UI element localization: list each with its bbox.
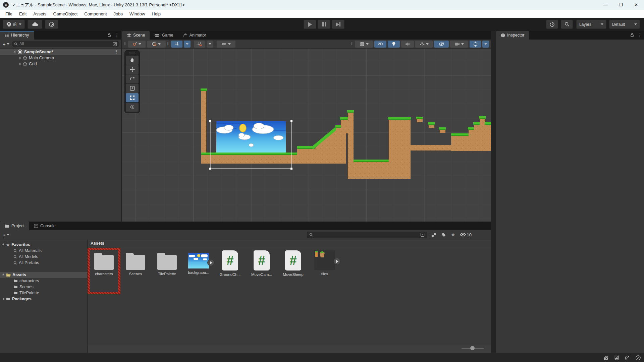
foldout-open-icon[interactable] — [13, 50, 16, 53]
menu-component[interactable]: Component — [81, 10, 110, 18]
tree-assets[interactable]: Assets — [0, 272, 87, 278]
asset-movesheep-script[interactable]: # MoveSheep — [281, 250, 305, 277]
rotate-tool-button[interactable] — [126, 74, 139, 83]
move-tool-button[interactable] — [126, 65, 139, 74]
menu-help[interactable]: Help — [148, 10, 164, 18]
tab-console[interactable]: Console — [29, 222, 60, 230]
pick-window-icon[interactable] — [420, 233, 425, 237]
menu-file[interactable]: File — [2, 10, 16, 18]
hand-tool-button[interactable] — [126, 56, 139, 65]
slider-knob[interactable] — [470, 346, 475, 350]
project-add-button[interactable]: + — [2, 232, 10, 238]
snap-dropdown[interactable] — [207, 41, 213, 48]
scene-row[interactable]: SampleScene* ⋮ — [0, 49, 121, 55]
search-everything-button[interactable] — [561, 20, 573, 29]
pause-button[interactable] — [318, 20, 330, 29]
scene-menu-icon[interactable]: ⋮ — [114, 49, 118, 54]
hierarchy-search-input[interactable]: All — [12, 41, 119, 47]
hidden-count-button[interactable]: 10 — [460, 232, 471, 237]
tree-all-prefabs[interactable]: All Prefabs — [0, 260, 87, 266]
2d-toggle-button[interactable]: 2D — [374, 41, 386, 48]
snap-increment-button[interactable] — [217, 41, 235, 48]
search-by-type-icon[interactable] — [431, 232, 436, 237]
cloud-button[interactable] — [28, 20, 42, 29]
maximize-button[interactable]: ❐ — [613, 0, 629, 10]
toolbar-grip[interactable]: ‖ — [167, 42, 169, 46]
menu-window[interactable]: Window — [126, 10, 148, 18]
unlock-icon[interactable] — [107, 33, 111, 37]
tab-hierarchy[interactable]: Hierarchy — [0, 31, 34, 40]
transform-tool-button[interactable] — [126, 103, 139, 112]
account-button[interactable]: 前 — [3, 20, 25, 29]
asset-tilepalette[interactable]: TilePalette — [155, 250, 179, 277]
asset-background-image[interactable]: backgraou... — [186, 250, 211, 277]
tree-favorites[interactable]: ★ Favorites — [0, 242, 87, 248]
unlock-icon[interactable] — [630, 33, 634, 37]
menu-gameobject[interactable]: GameObject — [50, 10, 81, 18]
pick-window-icon[interactable] — [113, 42, 117, 46]
asset-scenes[interactable]: Scenes — [123, 250, 148, 277]
overlay-grip[interactable] — [126, 52, 139, 55]
cache-server-disabled-icon[interactable] — [612, 354, 621, 361]
minimize-button[interactable]: — — [598, 0, 613, 10]
step-button[interactable] — [332, 20, 344, 29]
pivot-handle-button[interactable] — [147, 41, 166, 48]
layers-dropdown[interactable]: Layers — [576, 20, 606, 29]
hierarchy-item-grid[interactable]: Grid — [0, 61, 121, 67]
toolbar-grip[interactable]: ‖ — [351, 42, 353, 46]
effects-dropdown[interactable] — [415, 41, 433, 48]
gizmos-dropdown[interactable] — [482, 41, 489, 48]
tab-project[interactable]: Project — [0, 222, 29, 230]
tab-animator[interactable]: Animator — [178, 31, 211, 40]
grid-visibility-dropdown[interactable] — [184, 41, 191, 48]
undo-history-button[interactable] — [546, 20, 558, 29]
tree-tilepalette[interactable]: TilePalette — [0, 290, 87, 296]
draw-mode-dropdown[interactable] — [355, 41, 373, 48]
foldout-icon[interactable] — [19, 57, 21, 59]
expand-subassets-button[interactable] — [333, 258, 340, 265]
tree-all-models[interactable]: All Models — [0, 254, 87, 260]
play-button[interactable] — [304, 20, 316, 29]
hierarchy-item-main-camera[interactable]: Main Camera — [0, 55, 121, 61]
menu-jobs[interactable]: Jobs — [110, 10, 126, 18]
tab-inspector[interactable]: Inspector — [496, 31, 529, 40]
toolbar-grip[interactable]: ‖ — [124, 42, 126, 46]
plastic-scm-button[interactable] — [45, 20, 58, 29]
scene-canvas[interactable] — [122, 49, 491, 222]
grid-visibility-button[interactable]: Y — [171, 41, 182, 48]
auto-refresh-disabled-icon[interactable] — [623, 354, 631, 361]
foldout-icon[interactable] — [19, 63, 21, 65]
background-sprite[interactable] — [216, 121, 286, 153]
project-search-input[interactable] — [307, 232, 427, 238]
favorites-star-icon[interactable]: ★ — [451, 232, 455, 238]
foldout-open-icon[interactable] — [2, 243, 5, 246]
panel-menu-icon[interactable]: ⋮ — [115, 33, 119, 38]
scene-visibility-button[interactable] — [434, 41, 449, 48]
asset-characters[interactable]: characters — [92, 250, 116, 277]
tree-all-materials[interactable]: All Materials — [0, 248, 87, 254]
tab-scene[interactable]: Scene — [122, 31, 150, 40]
close-button[interactable]: ✕ — [629, 0, 644, 10]
tree-characters[interactable]: characters — [0, 278, 87, 284]
tree-packages[interactable]: Packages — [0, 296, 87, 302]
scale-tool-button[interactable] — [126, 84, 139, 93]
rect-tool-button[interactable] — [126, 93, 139, 102]
menu-edit[interactable]: Edit — [16, 10, 30, 18]
menu-assets[interactable]: Assets — [30, 10, 50, 18]
asset-groundcheck-script[interactable]: # GroundCh... — [218, 250, 242, 277]
expand-subassets-button[interactable] — [207, 259, 214, 266]
tool-settings-button[interactable] — [128, 41, 146, 48]
panel-menu-icon[interactable]: ⋮ — [638, 33, 642, 38]
tab-game[interactable]: Game — [150, 31, 178, 40]
gizmos-button[interactable] — [470, 41, 481, 48]
hierarchy-add-button[interactable]: + — [2, 41, 10, 47]
thumbnail-size-slider[interactable] — [462, 348, 484, 349]
layout-dropdown[interactable]: Default — [609, 20, 640, 29]
snap-button[interactable] — [194, 41, 205, 48]
foldout-open-icon[interactable] — [2, 273, 5, 276]
import-activity-icon[interactable] — [634, 354, 642, 361]
search-by-label-icon[interactable] — [441, 232, 446, 237]
audio-toggle-button[interactable] — [401, 41, 414, 48]
tree-scenes[interactable]: Scenes — [0, 284, 87, 290]
asset-tiles[interactable]: tiles — [313, 250, 337, 277]
